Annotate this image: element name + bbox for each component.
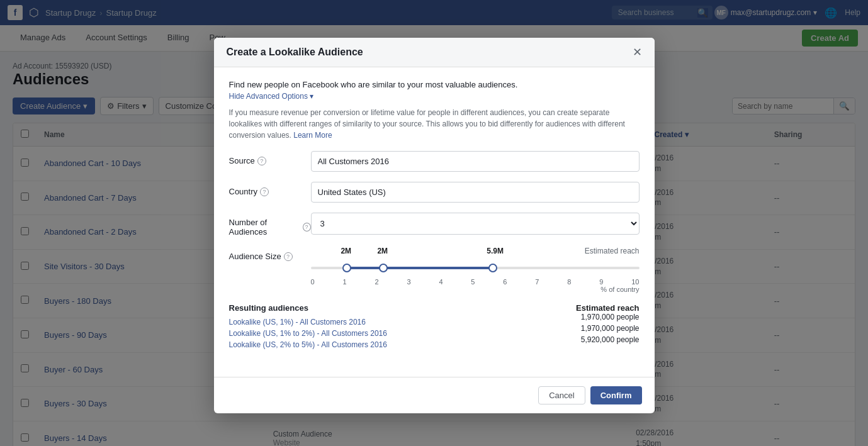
modal-overlay: Create a Lookalike Audience ✕ Find new p… [0, 0, 868, 446]
hide-advanced-options[interactable]: Hide Advanced Options ▾ [229, 92, 640, 101]
source-label: Source ? [229, 151, 311, 165]
cancel-button[interactable]: Cancel [538, 386, 585, 404]
estimated-reach-label: Estimated reach [585, 247, 640, 255]
slider-label-1m: 2M [341, 247, 351, 255]
estimated-reach-col: Estimated reach 1,970,000 people 1,970,0… [576, 303, 639, 352]
slider-thumb-1[interactable] [342, 264, 351, 272]
country-input[interactable] [311, 182, 640, 203]
audience-size-label: Audience Size ? [229, 247, 311, 261]
estimated-reach-header: Estimated reach [576, 303, 639, 313]
slider-background [311, 267, 640, 269]
number-of-audiences-label: Number of Audiences ? [229, 213, 311, 237]
reach-value-1: 1,970,000 people [576, 313, 639, 321]
modal: Create a Lookalike Audience ✕ Find new p… [214, 38, 655, 413]
resulting-audiences-col: Resulting audiences Lookalike (US, 1%) -… [229, 303, 564, 352]
learn-more-link[interactable]: Learn More [293, 131, 332, 140]
slider-numbers: 0 1 2 3 4 5 6 7 8 9 10 [311, 278, 640, 286]
slider-label-2m: 2M [377, 247, 388, 255]
number-input-wrap: 3 1 2 [311, 213, 640, 235]
modal-title: Create a Lookalike Audience [227, 47, 363, 58]
slider-fill [347, 267, 493, 269]
source-input-wrap[interactable] [311, 151, 640, 172]
audience-size-row: Audience Size ? 2M 2M 5.9M Estimated rea… [229, 247, 640, 293]
audience-result-2: Lookalike (US, 1% to 2%) - All Customers… [229, 329, 564, 338]
country-input-wrap[interactable] [311, 182, 640, 203]
hide-advanced-label: Hide Advanced Options [229, 92, 308, 101]
audience-result-1: Lookalike (US, 1%) - All Customers 2016 [229, 318, 564, 326]
pct-label: % of country [311, 286, 640, 293]
number-select[interactable]: 3 1 2 [311, 213, 640, 235]
modal-footer: Cancel Confirm [214, 377, 655, 413]
source-input[interactable] [311, 151, 640, 172]
slider-thumb-3[interactable] [488, 264, 497, 272]
slider-thumb-2[interactable] [379, 264, 388, 272]
number-info-icon[interactable]: ? [303, 223, 311, 231]
advanced-description: If you measure revenue per conversion or… [229, 107, 640, 141]
reach-value-3: 5,920,000 people [576, 335, 639, 344]
slider-track[interactable] [311, 262, 640, 274]
reach-value-2: 1,970,000 people [576, 324, 639, 333]
slider-label-5m: 5.9M [487, 247, 504, 255]
results-section: Resulting audiences Lookalike (US, 1%) -… [229, 303, 640, 352]
audience-result-3: Lookalike (US, 2% to 5%) - All Customers… [229, 340, 564, 349]
modal-close-button[interactable]: ✕ [633, 47, 642, 58]
advanced-arrow-icon: ▾ [310, 92, 313, 101]
modal-body: Find new people on Facebook who are simi… [214, 67, 655, 377]
slider-section: 2M 2M 5.9M Estimated reach [311, 247, 640, 293]
source-info-icon[interactable]: ? [257, 157, 266, 165]
number-of-audiences-row: Number of Audiences ? 3 1 2 [229, 213, 640, 237]
modal-description: Find new people on Facebook who are simi… [229, 80, 640, 89]
confirm-button[interactable]: Confirm [590, 386, 642, 404]
resulting-audiences-header: Resulting audiences [229, 303, 564, 313]
country-info-icon[interactable]: ? [260, 187, 269, 196]
modal-header: Create a Lookalike Audience ✕ [214, 38, 655, 67]
country-label: Country ? [229, 182, 311, 196]
source-row: Source ? [229, 151, 640, 172]
country-row: Country ? [229, 182, 640, 203]
audience-size-info-icon[interactable]: ? [284, 252, 293, 261]
